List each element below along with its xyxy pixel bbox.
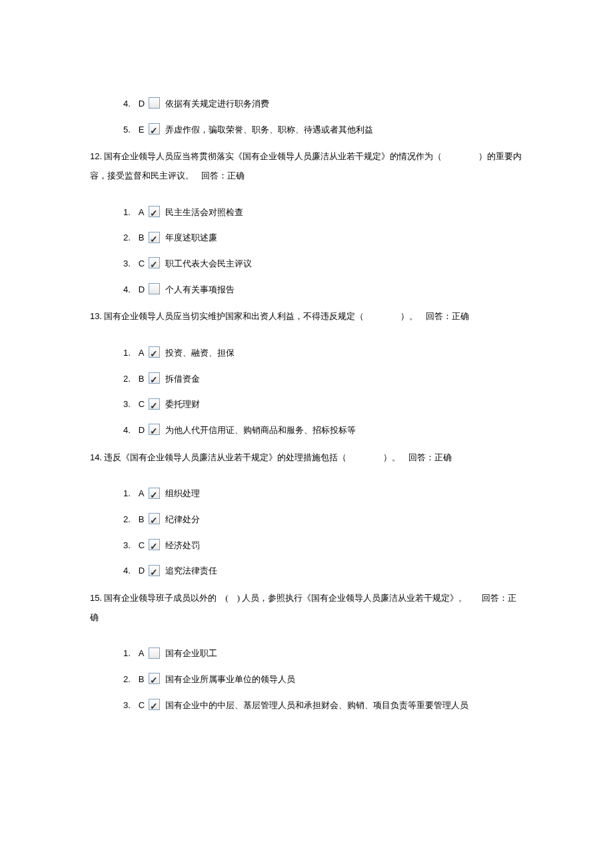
checkbox-icon[interactable] [149, 123, 160, 135]
option-row: 3. C 委托理财 [123, 396, 523, 413]
question-stem: 14. 违反《国有企业领导人员廉洁从业若干规定》的处理措施包括（）。 回答：正确 [90, 448, 523, 468]
option-number: 4. [123, 282, 131, 298]
question-14: 14. 违反《国有企业领导人员廉洁从业若干规定》的处理措施包括（）。 回答：正确… [90, 448, 523, 580]
question-text-pre: 国有企业领导人员应当将贯彻落实《国有企业领导人员廉洁从业若干规定》的情况作为（ [104, 151, 442, 161]
question-stem: 15. 国有企业领导班子成员以外的 ( ) 人员，参照执行《国有企业领导人员廉洁… [90, 589, 523, 627]
checkbox-icon[interactable] [149, 346, 160, 358]
option-letter: D [139, 282, 145, 298]
option-row: 4. D 追究法律责任 [123, 563, 523, 580]
option-number: 4. [123, 96, 131, 113]
option-letter: C [139, 256, 145, 272]
option-text: 依据有关规定进行职务消费 [165, 96, 269, 113]
question-13: 13. 国有企业领导人员应当切实维护国家和出资人利益，不得违反规定（）。 回答：… [90, 307, 523, 438]
option-text: 纪律处分 [165, 512, 200, 528]
option-row: 3. C 经济处罚 [123, 538, 523, 554]
question-text-pre: 国有企业领导班子成员以外的 ( ) 人员，参照执行《国有企业领导人员廉洁从业若干… [104, 593, 467, 603]
option-row: 3. C 职工代表大会民主评议 [123, 256, 523, 272]
answer-label: 回答：正确 [201, 171, 245, 181]
option-letter: E [139, 122, 145, 139]
option-number: 2. [123, 230, 131, 246]
checkbox-icon[interactable] [149, 372, 160, 384]
question-number: 15. [90, 593, 102, 603]
checkbox-icon[interactable] [149, 232, 160, 243]
question-text-post: ）。 [383, 452, 400, 462]
checkbox-icon[interactable] [149, 673, 160, 684]
option-text: 拆借资金 [165, 371, 200, 388]
question-stem: 13. 国有企业领导人员应当切实维护国家和出资人利益，不得违反规定（）。 回答：… [90, 307, 523, 326]
option-letter: B [139, 371, 145, 388]
option-text: 投资、融资、担保 [165, 345, 235, 362]
checkbox-icon[interactable] [149, 699, 160, 710]
option-number: 3. [123, 396, 131, 413]
option-number: 4. [123, 422, 131, 439]
option-row: 1. A 民主生活会对照检查 [123, 205, 523, 221]
option-number: 3. [123, 256, 131, 272]
option-row: 2. B 国有企业所属事业单位的领导人员 [123, 671, 523, 688]
question-12: 12. 国有企业领导人员应当将贯彻落实《国有企业领导人员廉洁从业若干规定》的情况… [90, 147, 523, 298]
option-number: 4. [123, 563, 131, 580]
option-letter: D [139, 422, 145, 439]
option-number: 5. [123, 122, 131, 139]
option-letter: C [139, 396, 145, 413]
option-row: 1. A 投资、融资、担保 [123, 345, 523, 362]
option-letter: B [139, 671, 145, 688]
option-letter: B [139, 230, 145, 246]
checkbox-icon[interactable] [149, 565, 160, 576]
option-letter: A [139, 646, 145, 662]
option-text: 国有企业职工 [165, 646, 217, 662]
question-number: 13. [90, 311, 102, 321]
option-letter: A [139, 345, 145, 362]
stray-options-from-prev-question: 4. D 依据有关规定进行职务消费 5. E 弄虚作假，骗取荣誉、职务、职称、待… [90, 96, 523, 138]
option-letter: D [139, 563, 145, 580]
option-number: 1. [123, 486, 131, 502]
option-letter: A [139, 205, 145, 221]
option-letter: C [139, 538, 145, 554]
option-row: 1. A 国有企业职工 [123, 646, 523, 662]
option-letter: A [139, 486, 145, 502]
option-text: 经济处罚 [165, 538, 200, 554]
option-text: 为他人代开信用证、购销商品和服务、招标投标等 [165, 422, 356, 439]
question-text-post: ）。 [400, 311, 418, 321]
option-text: 年度述职述廉 [165, 230, 217, 246]
question-number: 14. [90, 452, 102, 462]
option-text: 组织处理 [165, 486, 200, 502]
option-number: 2. [123, 371, 131, 388]
option-text: 委托理财 [165, 396, 200, 413]
checkbox-icon[interactable] [149, 206, 160, 217]
option-letter: B [139, 512, 145, 528]
option-letter: C [139, 697, 145, 714]
option-row: 2. B 纪律处分 [123, 512, 523, 528]
answer-label: 回答：正确 [426, 311, 469, 321]
checkbox-icon[interactable] [149, 283, 160, 294]
checkbox-icon[interactable] [149, 539, 160, 550]
option-letter: D [139, 96, 145, 113]
question-number: 12. [90, 151, 102, 161]
option-row: 4. D 依据有关规定进行职务消费 [123, 96, 523, 113]
checkbox-icon[interactable] [149, 398, 160, 410]
option-row: 2. B 年度述职述廉 [123, 230, 523, 246]
option-row: 2. B 拆借资金 [123, 371, 523, 388]
option-row: 4. D 为他人代开信用证、购销商品和服务、招标投标等 [123, 422, 523, 439]
checkbox-icon[interactable] [149, 257, 160, 268]
option-row: 5. E 弄虚作假，骗取荣誉、职务、职称、待遇或者其他利益 [123, 122, 523, 139]
option-number: 1. [123, 345, 131, 362]
checkbox-icon[interactable] [149, 424, 160, 435]
option-number: 3. [123, 697, 131, 714]
option-row: 4. D 个人有关事项报告 [123, 282, 523, 298]
option-text: 弄虚作假，骗取荣誉、职务、职称、待遇或者其他利益 [165, 122, 373, 139]
option-text: 职工代表大会民主评议 [165, 256, 252, 272]
option-text: 追究法律责任 [165, 563, 217, 580]
checkbox-icon[interactable] [149, 488, 160, 499]
option-row: 1. A 组织处理 [123, 486, 523, 502]
option-number: 3. [123, 538, 131, 554]
option-number: 2. [123, 671, 131, 688]
option-number: 1. [123, 646, 131, 662]
option-number: 2. [123, 512, 131, 528]
answer-label: 回答：正确 [408, 452, 452, 462]
option-row: 3. C 国有企业中的中层、基层管理人员和承担财会、购销、项目负责等重要管理人员 [123, 697, 523, 714]
option-text: 民主生活会对照检查 [165, 205, 243, 221]
option-text: 个人有关事项报告 [165, 282, 235, 298]
checkbox-icon[interactable] [149, 97, 160, 109]
checkbox-icon[interactable] [149, 648, 160, 659]
checkbox-icon[interactable] [149, 513, 160, 524]
